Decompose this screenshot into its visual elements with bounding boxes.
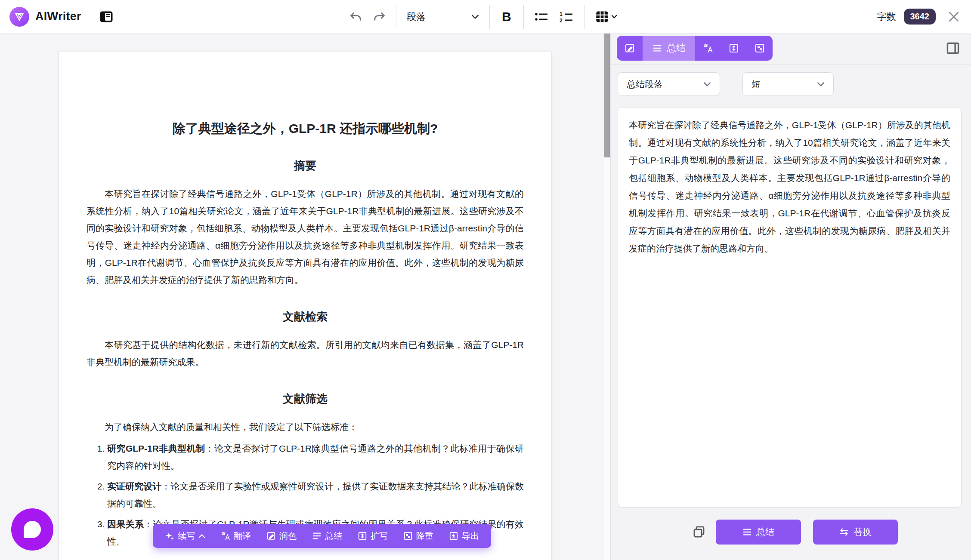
panel-tabs: 总结 [617,36,773,61]
reduce-duplication-button[interactable]: 降重 [403,530,433,542]
ai-assistant-panel: 总结 总结段落 [610,34,971,560]
panel-replace-button[interactable]: 替换 [813,520,898,545]
tab-summary-label: 总结 [667,42,686,55]
pen-square-icon [625,43,635,53]
criterion-term: 实证研究设计 [107,481,161,491]
panel-summarize-label: 总结 [756,526,774,538]
svg-text:2: 2 [560,18,563,23]
panel-tab-row: 总结 [611,34,971,65]
export-label: 导出 [462,530,479,542]
chevron-down-icon [817,82,825,87]
list-item: 研究GLP-1R非典型机制：论文是否探讨了GLP-1R除典型信号通路之外的其他机… [107,440,524,474]
chevron-down-icon [611,15,617,19]
swap-arrows-icon [839,528,849,536]
format-toolbar: 段落 B 12 [349,0,617,33]
tab-summary[interactable]: 总结 [643,36,695,61]
criterion-term: 研究GLP-1R非典型机制 [107,443,205,453]
pen-square-icon [266,531,276,541]
translate-button[interactable]: 翻译 [221,530,251,542]
sidebar-toggle-icon[interactable] [99,11,113,23]
tab-translate[interactable] [695,36,721,61]
panel-footer: 总结 替换 [611,508,971,560]
selection-toolbar: 续写 翻译 润色 总结 扩写 [153,524,491,548]
tab-polish[interactable] [617,36,643,61]
numbered-list-icon[interactable]: 12 [559,10,574,23]
editor-scrollbar-thumb[interactable] [604,34,610,157]
chevron-up-icon [198,534,205,538]
translate-label: 翻译 [234,530,251,542]
undo-icon[interactable] [349,11,362,23]
compress-icon [755,43,765,53]
export-button[interactable]: 导出 [449,530,479,542]
expand-label: 扩写 [371,530,388,542]
chevron-down-icon [471,14,479,19]
redo-icon[interactable] [373,11,386,23]
summary-mode-value: 总结段落 [627,78,663,90]
aiwriter-logo-icon [9,7,29,27]
chat-bubble-icon [24,521,41,538]
expand-button[interactable]: 扩写 [358,530,388,542]
continue-writing-button[interactable]: 续写 [165,530,205,542]
summary-length-value: 短 [751,78,761,90]
literature-search-paragraph: 本研究基于提供的结构化数据，未进行新的文献检索。所引用的文献均来自已有数据集，涵… [87,336,524,371]
summary-lines-icon [742,528,752,536]
tab-reduce[interactable] [747,36,773,61]
toolbar-divider [584,5,584,29]
compress-icon [403,531,413,541]
panel-collapse-icon[interactable] [946,42,960,55]
literature-search-heading: 文献检索 [87,309,524,324]
bold-button[interactable]: B [500,10,513,23]
summarize-label: 总结 [325,530,342,542]
paragraph-style-value: 段落 [407,10,426,23]
export-icon [449,531,458,541]
summarize-button[interactable]: 总结 [312,530,342,542]
chevron-down-icon [703,82,711,87]
panel-options-row: 总结段落 短 [611,65,971,100]
main-area: 除了典型途径之外，GLP-1R 还指示哪些机制? 摘要 本研究旨在探讨除了经典信… [0,34,971,560]
close-icon[interactable] [948,11,960,23]
literature-screening-heading: 文献筛选 [87,391,524,406]
summary-lines-icon [652,44,662,52]
brand: AIWriter [0,7,113,27]
word-count-label: 字数 [877,10,896,23]
app-title: AIWriter [35,10,81,23]
tab-expand[interactable] [721,36,747,61]
abstract-heading: 摘要 [87,158,524,173]
expand-icon [729,43,739,53]
reduce-label: 降重 [416,530,433,542]
sparkles-icon [165,531,174,541]
summary-result-box[interactable]: 本研究旨在探讨除了经典信号通路之外，GLP-1受体（GLP-1R）所涉及的其他机… [618,107,962,508]
editor-area: 除了典型途径之外，GLP-1R 还指示哪些机制? 摘要 本研究旨在探讨除了经典信… [0,34,610,560]
screening-intro-paragraph: 为了确保纳入文献的质量和相关性，我们设定了以下筛选标准： [87,418,524,436]
svg-text:1: 1 [560,11,563,17]
abstract-paragraph: 本研究旨在探讨除了经典信号通路之外，GLP-1受体（GLP-1R）所涉及的其他机… [87,185,524,289]
summary-lines-icon [312,532,322,540]
paragraph-style-dropdown[interactable]: 段落 [407,10,479,23]
copy-icon[interactable] [692,525,706,539]
summary-length-dropdown[interactable]: 短 [742,72,834,96]
expand-icon [358,531,367,541]
word-count-badge: 3642 [904,9,936,25]
translate-icon [221,531,230,541]
toolbar-divider [396,5,396,29]
aiwriter-app: AIWriter 段落 B 12 [0,0,971,560]
panel-summarize-button[interactable]: 总结 [716,520,801,545]
summary-mode-dropdown[interactable]: 总结段落 [618,72,720,96]
criterion-term: 因果关系 [107,519,144,529]
toolbar-divider [489,5,490,29]
document-page[interactable]: 除了典型途径之外，GLP-1R 还指示哪些机制? 摘要 本研究旨在探讨除了经典信… [59,52,552,560]
polish-button[interactable]: 润色 [266,530,297,542]
chat-widget-button[interactable] [11,508,53,551]
header-right: 字数 3642 [877,0,971,33]
continue-writing-label: 续写 [178,530,195,542]
bullet-list-icon[interactable] [534,10,549,23]
translate-icon [703,43,713,53]
list-item: 实证研究设计：论文是否采用了实验性或观察性研究设计，提供了实证数据来支持其结论？… [107,478,524,512]
criterion-desc: ：论文是否采用了实验性或观察性研究设计，提供了实证数据来支持其结论？此标准确保数… [107,481,524,508]
summary-result-text: 本研究旨在探讨除了经典信号通路之外，GLP-1受体（GLP-1R）所涉及的其他机… [629,120,950,253]
polish-label: 润色 [279,530,297,542]
toolbar-divider [523,5,524,29]
insert-table-dropdown[interactable] [595,10,617,24]
panel-replace-label: 替换 [853,526,872,538]
table-icon [595,10,609,24]
